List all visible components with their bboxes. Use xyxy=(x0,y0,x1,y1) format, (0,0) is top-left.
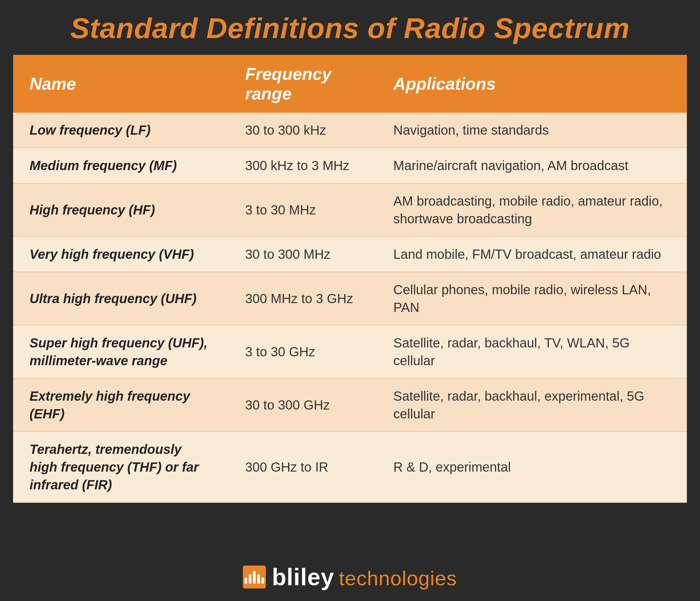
cell-name: Super high frequency (UHF), millimeter-w… xyxy=(13,325,229,378)
spectrum-table: Name Frequency range Applications Low fr… xyxy=(13,55,687,503)
bar-5 xyxy=(261,578,264,584)
table-container: Name Frequency range Applications Low fr… xyxy=(13,55,687,554)
brand-bliley: bliley xyxy=(272,563,334,591)
bar-3 xyxy=(253,571,256,584)
cell-applications: Marine/aircraft navigation, AM broadcast xyxy=(377,148,687,183)
cell-name: Extremely high frequency (EHF) xyxy=(13,378,229,432)
brand-name: bliley technologies xyxy=(272,563,457,591)
table-row: Medium frequency (MF)300 kHz to 3 MHzMar… xyxy=(13,148,687,183)
bar-2 xyxy=(249,574,251,584)
cell-frequency: 300 kHz to 3 MHz xyxy=(229,148,377,183)
cell-name: Low frequency (LF) xyxy=(13,113,229,148)
title-bar: Standard Definitions of Radio Spectrum xyxy=(0,0,700,55)
cell-frequency: 300 GHz to IR xyxy=(229,432,377,503)
logo-bars xyxy=(245,571,264,584)
cell-frequency: 30 to 300 MHz xyxy=(229,237,377,272)
bar-1 xyxy=(245,578,247,584)
cell-frequency: 30 to 300 GHz xyxy=(229,378,377,432)
table-row: Extremely high frequency (EHF)30 to 300 … xyxy=(13,378,687,432)
cell-frequency: 300 MHz to 3 GHz xyxy=(229,272,377,325)
table-row: Very high frequency (VHF)30 to 300 MHzLa… xyxy=(13,237,687,272)
cell-applications: Cellular phones, mobile radio, wireless … xyxy=(377,272,687,325)
cell-applications: Satellite, radar, backhaul, experimental… xyxy=(377,378,687,432)
table-row: Terahertz, tremendously high frequency (… xyxy=(13,432,687,503)
table-row: Low frequency (LF)30 to 300 kHzNavigatio… xyxy=(13,113,687,148)
cell-name: Terahertz, tremendously high frequency (… xyxy=(13,432,229,503)
cell-applications: Land mobile, FM/TV broadcast, amateur ra… xyxy=(377,237,687,272)
cell-applications: Navigation, time standards xyxy=(377,113,687,148)
cell-name: Very high frequency (VHF) xyxy=(13,237,229,272)
page-title: Standard Definitions of Radio Spectrum xyxy=(20,13,680,44)
col-header-applications: Applications xyxy=(377,55,687,113)
table-row: Super high frequency (UHF), millimeter-w… xyxy=(13,325,687,378)
table-header-row: Name Frequency range Applications xyxy=(13,55,687,113)
cell-frequency: 3 to 30 MHz xyxy=(229,183,377,237)
bar-4 xyxy=(257,574,260,584)
col-header-frequency: Frequency range xyxy=(229,55,377,113)
cell-name: Medium frequency (MF) xyxy=(13,148,229,183)
cell-name: Ultra high frequency (UHF) xyxy=(13,272,229,325)
cell-name: High frequency (HF) xyxy=(13,183,229,237)
table-row: High frequency (HF)3 to 30 MHzAM broadca… xyxy=(13,183,687,237)
col-header-name: Name xyxy=(13,55,229,113)
table-row: Ultra high frequency (UHF)300 MHz to 3 G… xyxy=(13,272,687,325)
footer: bliley technologies xyxy=(0,554,700,601)
cell-frequency: 3 to 30 GHz xyxy=(229,325,377,378)
brand-technologies: technologies xyxy=(339,567,457,590)
cell-applications: Satellite, radar, backhaul, TV, WLAN, 5G… xyxy=(377,325,687,378)
cell-applications: R & D, experimental xyxy=(377,432,687,503)
cell-applications: AM broadcasting, mobile radio, amateur r… xyxy=(377,183,687,237)
brand-logo-icon xyxy=(243,566,266,588)
cell-frequency: 30 to 300 kHz xyxy=(229,113,377,148)
